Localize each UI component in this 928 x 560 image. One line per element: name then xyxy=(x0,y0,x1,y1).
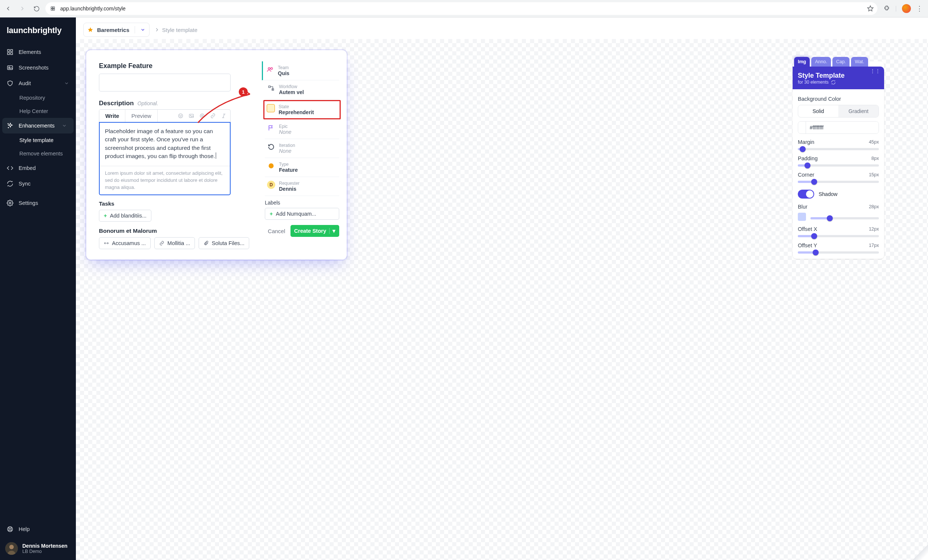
meta-requester[interactable]: D RequesterDennis xyxy=(265,177,339,196)
emoji-icon[interactable] xyxy=(178,113,183,119)
padding-slider[interactable] xyxy=(798,164,879,166)
browser-back-button[interactable] xyxy=(3,3,14,14)
meta-team[interactable]: TeamQuis xyxy=(262,61,339,80)
logo-part-a: launch xyxy=(7,26,32,35)
browser-url-bar[interactable]: app.launchbrightly.com/style xyxy=(45,2,878,15)
flag-icon xyxy=(267,124,275,132)
sidebar-item-screenshots[interactable]: Screenshots xyxy=(0,60,76,75)
create-story-button[interactable]: Create Story ▾ xyxy=(290,225,339,237)
panel-title: Style Template xyxy=(798,72,879,79)
sidebar-item-settings[interactable]: Settings xyxy=(0,195,76,211)
margin-slider[interactable] xyxy=(798,148,879,150)
hex-input[interactable] xyxy=(806,122,879,133)
add-label-button[interactable]: + Add Numquam... xyxy=(265,208,339,220)
meta-label: Epic xyxy=(279,124,291,129)
sidebar-item-elements[interactable]: Elements xyxy=(0,44,76,60)
editor-tabs: Write Preview xyxy=(99,109,230,122)
project-selector[interactable]: Baremetrics xyxy=(83,23,150,37)
seg-gradient[interactable]: Gradient xyxy=(838,105,879,117)
offsetx-slider[interactable] xyxy=(798,235,879,237)
breadcrumb: Style template xyxy=(154,27,197,33)
corner-slider[interactable] xyxy=(798,181,879,183)
padding-label: Padding xyxy=(798,156,818,162)
meta-value: Dennis xyxy=(279,186,299,192)
sidebar-item-enhancements[interactable]: Enhancements xyxy=(2,118,74,133)
svg-rect-7 xyxy=(8,53,9,55)
padding-value: 8px xyxy=(872,156,879,161)
mention-icon[interactable] xyxy=(199,113,205,119)
project-name: Baremetrics xyxy=(97,27,130,33)
corner-label: Corner xyxy=(798,172,814,178)
cancel-button[interactable]: Cancel xyxy=(268,228,285,234)
meta-type[interactable]: TypeFeature xyxy=(265,158,339,177)
editor-text: Placeholder image of a feature so you ca… xyxy=(105,128,215,159)
sidebar-item-help[interactable]: Help xyxy=(0,521,76,537)
panel-tab-cap[interactable]: Cap. xyxy=(832,57,850,67)
meta-state-highlighted[interactable]: StateReprehenderit xyxy=(263,100,341,119)
svg-line-29 xyxy=(223,114,224,118)
image-icon[interactable] xyxy=(189,113,194,119)
sidebar-item-audit[interactable]: Audit xyxy=(0,75,76,91)
offsetx-value: 12px xyxy=(869,226,879,232)
breadcrumb-bar: Baremetrics Style template xyxy=(76,17,928,41)
extensions-icon[interactable] xyxy=(883,5,890,12)
feature-title-input[interactable] xyxy=(99,74,230,92)
seg-solid[interactable]: Solid xyxy=(798,105,838,117)
italic-icon[interactable] xyxy=(221,113,226,119)
link-icon[interactable] xyxy=(210,113,216,119)
shadow-color-swatch[interactable] xyxy=(798,213,806,221)
refresh-icon[interactable] xyxy=(831,80,836,85)
sidebar-user[interactable]: Dennis Mortensen LB Demo xyxy=(0,537,76,560)
sidebar-item-label: Screenshots xyxy=(18,65,49,71)
sidebar-subitem-repository[interactable]: Repository xyxy=(0,91,76,104)
text-cursor xyxy=(216,153,216,159)
sidebar-subitem-remove-elements[interactable]: Remove elements xyxy=(0,147,76,160)
tab-write[interactable]: Write xyxy=(99,110,125,122)
meta-value: None xyxy=(279,148,295,154)
tab-preview[interactable]: Preview xyxy=(125,110,157,122)
sidebar-item-embed[interactable]: Embed xyxy=(0,160,76,176)
browser-profile-avatar[interactable] xyxy=(902,4,911,13)
offsety-label: Offset Y xyxy=(798,243,817,249)
panel-tab-img[interactable]: Img xyxy=(794,57,810,67)
meta-workflow[interactable]: WorkflowAutem vel xyxy=(265,80,339,99)
attach-github-button[interactable]: Accusamus ... xyxy=(99,237,151,249)
description-editor[interactable]: Placeholder image of a feature so you ca… xyxy=(99,122,230,195)
iteration-icon xyxy=(267,143,275,151)
svg-point-13 xyxy=(9,528,11,530)
add-task-label: Add blanditiis... xyxy=(110,213,146,219)
star-icon xyxy=(87,27,93,33)
browser-menu-icon[interactable]: ⋮ xyxy=(916,5,923,13)
meta-epic[interactable]: EpicNone xyxy=(265,120,339,139)
attach-label: Soluta Files... xyxy=(212,240,244,246)
sidebar-item-sync[interactable]: Sync xyxy=(0,176,76,192)
color-swatch[interactable] xyxy=(798,122,806,133)
browser-reload-button[interactable] xyxy=(31,3,42,14)
site-settings-icon[interactable] xyxy=(49,5,56,12)
attach-files-button[interactable]: Soluta Files... xyxy=(198,237,249,249)
browser-forward-button[interactable] xyxy=(17,3,27,14)
svg-point-25 xyxy=(191,115,191,116)
svg-rect-3 xyxy=(53,9,55,11)
panel-tab-wat[interactable]: Wat. xyxy=(851,57,868,67)
bookmark-star-icon[interactable] xyxy=(867,5,874,12)
feature-card-preview: Example Feature Description Optional. Wr… xyxy=(86,50,346,259)
sidebar-item-label: Elements xyxy=(18,49,41,55)
swap-icon xyxy=(104,241,109,246)
plus-icon: + xyxy=(104,213,107,219)
sidebar-subitem-style-template[interactable]: Style template xyxy=(0,133,76,147)
drag-handle-icon[interactable]: ⋮⋮ xyxy=(870,68,881,74)
offsety-slider[interactable] xyxy=(798,251,879,253)
sidebar-item-label: Help xyxy=(18,526,30,532)
blur-slider[interactable] xyxy=(810,217,879,220)
chevron-down-icon[interactable] xyxy=(140,27,145,32)
shadow-toggle[interactable] xyxy=(798,190,814,198)
svg-point-26 xyxy=(201,115,203,116)
meta-iteration[interactable]: IterationNone xyxy=(265,139,339,158)
attach-url-button[interactable]: Mollitia ... xyxy=(154,237,195,249)
browser-chrome: app.launchbrightly.com/style | ⋮ xyxy=(0,0,928,17)
add-task-button[interactable]: + Add blanditiis... xyxy=(99,210,151,221)
panel-tab-anno[interactable]: Anno. xyxy=(811,57,831,67)
sidebar-item-label: Settings xyxy=(18,200,38,206)
sidebar-subitem-help-center[interactable]: Help Center xyxy=(0,104,76,118)
